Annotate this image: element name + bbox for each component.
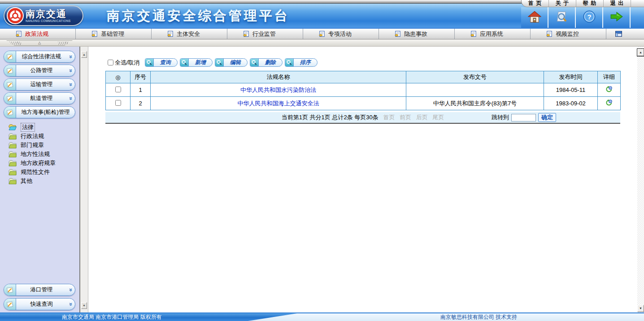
magnifier-icon [180,59,189,66]
page-jump-input[interactable] [511,114,536,121]
tab-hidden-danger-accidents[interactable]: 隐患事故 [379,29,455,39]
sidebar-group-highway-management[interactable]: 公路管理 » [4,65,75,77]
form-icon [546,30,553,37]
edit-button[interactable]: 编辑 [215,58,248,67]
detail-icon[interactable] [605,99,613,106]
sidebar-item-local-laws[interactable]: 地方性法规 [9,150,79,159]
sidebar-item-normative-documents[interactable]: 规范性文件 [9,168,79,177]
scroll-up-arrow-icon[interactable]: ▲ [637,49,644,56]
collapse-up-arrow-icon: △ [38,41,41,45]
sidebar-item-local-government-rules[interactable]: 地方政府规章 [9,159,79,168]
tab-application-systems[interactable]: 应用系统 [455,29,531,39]
sidebar-item-department-rules[interactable]: 部门规章 [9,141,79,150]
content-scrollbar[interactable]: ▲ ▼ [637,47,644,312]
tab-subject-safety[interactable]: 主体安全 [152,29,227,39]
row-checkbox[interactable] [115,87,121,92]
folder-icon [9,151,17,157]
row-checkbox[interactable] [115,100,121,106]
col-doc-no: 发布文号 [406,71,544,83]
detail-icon[interactable] [605,86,613,93]
chevron-double-down-icon: » [68,300,74,308]
tab-label: 隐患事故 [404,30,427,38]
form-icon [91,30,98,37]
tab-label: 行业监管 [252,30,276,38]
menu-icon-spacer [631,7,644,28]
delete-button[interactable]: 删除 [250,58,283,67]
scroll-down-arrow-icon[interactable]: ▼ [637,305,644,312]
add-button[interactable]: 新增 [180,58,213,67]
nav-tabbar: 政策法规 基础管理 主体安全 行业监管 专项活动 隐患事故 应用系统 视频监控 [0,28,644,39]
toolbar: 全选/取消 查询 新增 编辑 删除 [108,58,318,67]
sort-button[interactable]: 排序 [285,58,318,67]
tab-policy-laws[interactable]: 政策法规 [0,29,76,39]
scroll-down-arrow-icon[interactable]: ▼ [81,302,87,309]
tab-basic-management[interactable]: 基础管理 [76,29,152,39]
row-doc-no [406,83,544,97]
logo: 南京交通 NANJING COMMUNICATIONS [4,5,83,26]
menu-about[interactable]: 关 于 [549,0,576,7]
body: 综合性法律法规 » 公路管理 » 运输管理 » 航道管理 » 地方海事(船检)管… [0,47,644,312]
law-link[interactable]: 中华人民共和国水污染防治法 [240,87,316,93]
next-page-link[interactable]: 后页 [416,114,428,121]
chevron-double-down-icon: » [68,53,74,61]
sidebar-submenu: 法律 行政法规 部门规章 地方性法规 地方政府规章 [0,120,79,186]
tab-label: 基础管理 [101,30,124,38]
query-button[interactable]: 查询 [145,58,178,67]
window-layout-icon[interactable] [615,31,622,37]
sidebar-group-waterway-management[interactable]: 航道管理 » [4,92,75,104]
pagination-summary: 当前第1页 共分1页 总计2条 每页30条 [282,114,379,121]
menu-help[interactable]: 帮 助 [576,0,604,7]
jump-to-label: 跳转到 [492,113,509,121]
first-page-link[interactable]: 首页 [383,114,395,121]
menu-spacer [631,0,644,7]
row-seq: 1 [131,83,151,97]
sidebar-group-comprehensive-laws[interactable]: 综合性法律法规 » [4,51,75,63]
form-icon [470,30,477,37]
tab-video-monitoring[interactable]: 视频监控 [531,29,606,39]
col-publish-date: 发布时间 [544,71,598,83]
sidebar-item-administrative-regulations[interactable]: 行政法规 [9,132,79,141]
col-select: ◎ [106,71,131,83]
top-menu-icons: ? [521,7,644,28]
select-all-toggle[interactable]: 全选/取消 [108,59,140,67]
about-button[interactable] [548,7,576,28]
collapse-bar: △ [0,39,644,47]
sidebar-item-law[interactable]: 法律 [9,123,79,132]
select-all-checkbox[interactable] [108,60,113,65]
home-icon [528,11,541,25]
last-page-link[interactable]: 尾页 [432,114,444,121]
exit-button[interactable] [603,7,631,28]
home-button[interactable] [521,7,548,28]
hatch-left [9,42,21,45]
chevron-double-down-icon: » [68,95,74,103]
form-icon [167,30,174,37]
question-icon: ? [583,10,596,25]
notepad-icon [4,284,16,295]
sidebar-item-other[interactable]: 其他 [9,177,79,186]
nanjing-traffic-emblem-icon [6,7,24,25]
sidebar-group-transport-management[interactable]: 运输管理 » [4,78,75,91]
menu-exit[interactable]: 退 出 [604,0,631,7]
top-menu-labels: 首 页 关 于 帮 助 退 出 [521,0,644,7]
table-row: 2 中华人民共和国海上交通安全法 中华人民共和国主席令(83)第7号 1983-… [106,97,621,110]
sidebar-group-maritime-management[interactable]: 地方海事(船检)管理 [4,106,75,118]
chevron-double-down-icon: » [68,67,74,75]
hatch-right [58,42,70,45]
green-arrow-icon [610,11,623,24]
help-button[interactable]: ? [576,7,603,28]
sidebar-scrollbar[interactable]: ▲ ▼ [79,47,88,312]
collapse-handle[interactable]: △ [6,40,73,46]
tabbar-end [606,29,644,39]
sidebar-group-port-management[interactable]: 港口管理 » [4,284,75,296]
law-link[interactable]: 中华人民共和国海上交通安全法 [238,100,319,107]
tab-label: 应用系统 [480,30,503,38]
magnifier-icon [215,59,224,66]
tab-industry-supervision[interactable]: 行业监管 [227,29,303,39]
scroll-up-arrow-icon[interactable]: ▲ [81,51,87,58]
footer-tech-support: 南京敏思科技有限公司 技术支持 [440,313,517,321]
sidebar-group-quick-query[interactable]: 快速查询 » [4,298,75,310]
confirm-button[interactable]: 确定 [538,113,556,122]
menu-home[interactable]: 首 页 [522,0,549,7]
prev-page-link[interactable]: 前页 [400,114,411,121]
tab-special-activities[interactable]: 专项活动 [303,29,379,39]
